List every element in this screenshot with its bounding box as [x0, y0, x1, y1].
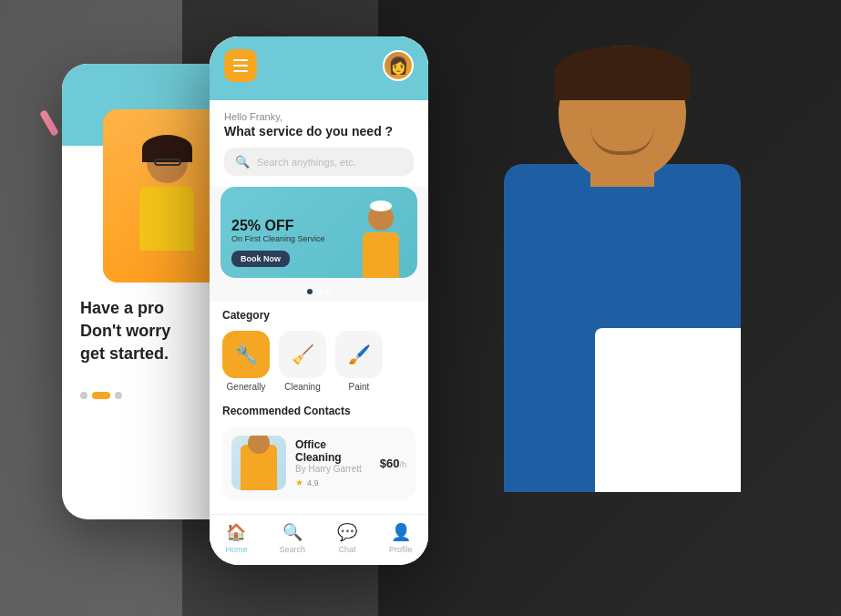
- greeting-section: Hello Franky, What service do you need ?: [210, 100, 428, 148]
- nav-chat-label: Chat: [338, 545, 355, 554]
- nav-profile-label: Profile: [389, 545, 413, 554]
- rating-value: 4.9: [307, 478, 319, 488]
- generally-label: Generally: [227, 382, 266, 392]
- menu-line-2: [233, 65, 248, 67]
- bottom-nav: 🏠 Home 🔍 Search 💬 Chat 👤 Profile: [210, 514, 428, 565]
- category-row: 🔧 Generally 🧹 Cleaning 🖌️ Paint: [222, 331, 415, 392]
- book-now-button[interactable]: Book Now: [231, 251, 290, 267]
- menu-line-1: [233, 59, 248, 61]
- hair: [554, 46, 691, 100]
- dot-3: [115, 392, 122, 399]
- woman-body: [139, 187, 194, 251]
- headline-line1: Have a pro: [80, 299, 164, 317]
- rec-by: By Harry Garrett: [295, 464, 371, 474]
- rec-name: Office Cleaning: [295, 438, 371, 464]
- dot-2-active: [92, 392, 110, 399]
- category-title: Category: [222, 302, 415, 322]
- cleaning-icon-wrap: 🧹: [279, 331, 326, 378]
- paint-icon-wrap: 🖌️: [335, 331, 383, 378]
- nav-search-icon: 🔍: [282, 522, 303, 542]
- paint-icon: 🖌️: [348, 344, 371, 365]
- nav-chat[interactable]: 💬 Chat: [337, 522, 357, 554]
- banner-sub: On First Cleaning Service: [231, 234, 406, 243]
- star-icon: ★: [295, 477, 303, 488]
- avatar[interactable]: 👩: [383, 50, 414, 81]
- search-icon: 🔍: [235, 155, 250, 169]
- menu-button[interactable]: [224, 49, 257, 82]
- banner-dot-2: [316, 289, 322, 294]
- shirt: [595, 328, 759, 538]
- headline-line3: get started.: [80, 344, 169, 363]
- worker-illustration: [449, 27, 795, 611]
- woman-glasses: [154, 159, 181, 166]
- cleaning-label: Cleaning: [284, 382, 320, 392]
- cleaning-icon: 🧹: [292, 344, 314, 365]
- nav-home-label: Home: [225, 545, 247, 554]
- recommended-card[interactable]: Office Cleaning By Harry Garrett ★ 4.9 $…: [222, 426, 415, 499]
- nav-search-label: Search: [279, 545, 305, 554]
- nav-home[interactable]: 🏠 Home: [225, 522, 247, 554]
- rec-price: $60/h: [380, 457, 406, 470]
- banner-dots: [210, 289, 428, 294]
- dot-1: [80, 392, 87, 399]
- app-header: 👩: [210, 36, 428, 100]
- home-icon: 🏠: [226, 522, 246, 542]
- category-section: Category 🔧 Generally 🧹 Cleaning 🖌️: [210, 302, 428, 399]
- generally-icon: 🔧: [235, 344, 258, 365]
- generally-icon-wrap: 🔧: [222, 331, 270, 378]
- woman-head: [147, 142, 188, 183]
- smile: [590, 128, 654, 155]
- promo-banner[interactable]: 25% OFF On First Cleaning Service Book N…: [221, 187, 417, 278]
- banner-content: 25% OFF On First Cleaning Service Book N…: [231, 217, 406, 267]
- greeting-sub: Hello Franky,: [224, 111, 414, 122]
- banner-dot-1: [307, 289, 313, 294]
- rec-person: [241, 445, 277, 490]
- paint-label: Paint: [349, 382, 370, 392]
- rec-rating: ★ 4.9: [295, 477, 371, 488]
- greeting-main: What service do you need ?: [224, 124, 414, 139]
- recommended-section: Recommended Contacts Office Cleaning By …: [210, 405, 428, 514]
- category-paint[interactable]: 🖌️ Paint: [335, 331, 383, 392]
- phone-front: 👩 Hello Franky, What service do you need…: [210, 36, 428, 565]
- nav-search[interactable]: 🔍 Search: [279, 522, 305, 554]
- search-bar[interactable]: 🔍 Search anythings, etc.: [210, 148, 428, 187]
- overalls: [504, 164, 741, 492]
- chat-icon: 💬: [337, 522, 357, 542]
- rec-info: Office Cleaning By Harry Garrett ★ 4.9: [295, 438, 371, 488]
- banner-dot-3: [325, 289, 331, 294]
- price-value: $60: [380, 457, 400, 470]
- menu-line-3: [233, 70, 248, 72]
- nav-profile[interactable]: 👤 Profile: [389, 522, 413, 554]
- search-input-wrap[interactable]: 🔍 Search anythings, etc.: [224, 148, 414, 176]
- headline-line2: Don't worry: [80, 322, 170, 340]
- category-cleaning[interactable]: 🧹 Cleaning: [279, 331, 326, 392]
- category-generally[interactable]: 🔧 Generally: [222, 331, 270, 392]
- rec-img: [231, 436, 286, 490]
- profile-icon: 👤: [391, 522, 411, 542]
- banner-discount: 25% OFF: [231, 217, 406, 234]
- price-unit: /h: [399, 460, 406, 469]
- search-placeholder: Search anythings, etc.: [257, 157, 356, 168]
- recommended-title: Recommended Contacts: [222, 405, 415, 417]
- head: [559, 46, 686, 182]
